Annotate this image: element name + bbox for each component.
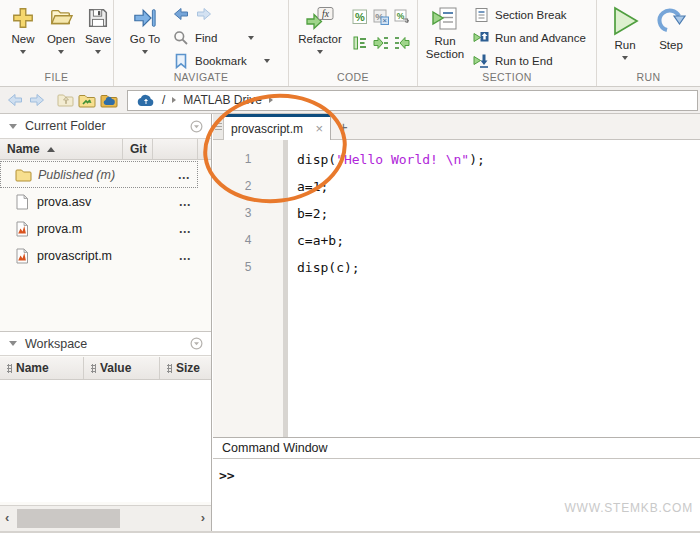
file-name: provascript.m <box>37 249 179 263</box>
cloud-folder-icon[interactable] <box>99 91 119 109</box>
goto-label: Go To <box>130 33 160 46</box>
code-area[interactable]: disp("Hello World! \n"); a=1; b=2; c=a+b… <box>288 140 485 437</box>
command-prompt[interactable]: >> <box>219 468 700 483</box>
new-button[interactable]: New <box>6 5 40 54</box>
file-menu-button[interactable]: … <box>179 249 193 263</box>
run-to-end-button[interactable]: Run to End <box>472 52 553 70</box>
code-editor[interactable]: 1 2 3 4 5 disp("Hello World! \n"); a=1; … <box>213 140 700 437</box>
comment-icon[interactable]: % <box>351 8 369 26</box>
column-header-git[interactable]: Git <box>123 139 153 159</box>
ribbon-group-section: Run Section Section Break Run and Advanc… <box>418 0 597 86</box>
bookmark-icon <box>172 52 190 70</box>
goto-button[interactable]: Go To <box>124 5 166 54</box>
scroll-right-icon[interactable]: › <box>201 510 205 526</box>
breadcrumb-chevron-icon <box>172 97 176 103</box>
new-dropdown-caret-icon[interactable] <box>20 50 26 54</box>
save-button[interactable]: Save <box>82 5 114 54</box>
bookmark-dropdown-caret-icon[interactable] <box>264 59 270 63</box>
indent-left-icon[interactable] <box>393 34 411 52</box>
collapse-triangle-icon[interactable] <box>9 341 17 346</box>
column-grip-icon[interactable] <box>167 364 172 373</box>
panel-menu-icon[interactable] <box>187 335 205 353</box>
refactor-button[interactable]: fx Refactor <box>295 5 345 54</box>
browse-folder-icon[interactable] <box>77 91 97 109</box>
goto-dropdown-caret-icon[interactable] <box>142 50 148 54</box>
open-icon <box>48 5 74 31</box>
horizontal-scrollbar[interactable]: ‹ › <box>0 505 211 531</box>
matlab-file-icon <box>12 248 32 264</box>
file-row-published[interactable]: Published (m) … <box>0 161 198 188</box>
workspace-header[interactable]: Workspace <box>0 331 211 356</box>
file-row-prova-asv[interactable]: prova.asv … <box>0 188 198 215</box>
scrollbar-thumb[interactable] <box>17 509 120 528</box>
file-icon <box>12 194 32 210</box>
nav-forward-icon[interactable] <box>27 91 47 109</box>
step-button[interactable]: Step <box>651 5 691 52</box>
collapse-triangle-icon[interactable] <box>9 124 17 129</box>
run-and-advance-label: Run and Advance <box>495 32 586 44</box>
line-number: 5 <box>213 255 283 282</box>
file-row-provascript-m[interactable]: provascript.m … <box>0 242 198 269</box>
uncomment-icon[interactable]: %× <box>372 8 390 26</box>
ribbon-group-file: New Open Save FILE <box>0 0 114 86</box>
section-break-button[interactable]: Section Break <box>472 6 567 24</box>
svg-text:fx: fx <box>322 9 330 19</box>
file-row-prova-m[interactable]: prova.m … <box>0 215 198 242</box>
open-label: Open <box>47 33 75 46</box>
workspace-column-size[interactable]: Size <box>160 357 211 379</box>
bookmark-button[interactable]: Bookmark <box>172 52 270 70</box>
ribbon-group-run: Run Step RUN <box>597 0 700 86</box>
run-to-end-icon <box>472 52 490 70</box>
column-grip-icon[interactable] <box>91 364 96 373</box>
tab-close-icon[interactable]: × <box>315 123 323 135</box>
code-line: disp(c); <box>297 255 485 282</box>
open-dropdown-caret-icon[interactable] <box>58 50 64 54</box>
code-line: a=1; <box>297 174 485 201</box>
run-label: Run <box>614 39 635 52</box>
indent-right-icon[interactable] <box>372 34 390 52</box>
back-arrow-icon[interactable] <box>172 5 190 23</box>
forward-arrow-icon[interactable] <box>195 5 213 23</box>
panel-menu-icon[interactable] <box>187 117 205 135</box>
current-folder-header[interactable]: Current Folder <box>0 114 211 139</box>
run-button[interactable]: Run <box>605 5 645 60</box>
tab-provascript[interactable]: provascript.m × <box>224 114 331 140</box>
workspace-column-name[interactable]: Name <box>0 357 84 379</box>
file-menu-button[interactable]: … <box>179 195 193 209</box>
refactor-dropdown-caret-icon[interactable] <box>317 50 323 54</box>
step-icon <box>654 5 688 37</box>
breadcrumb-location[interactable]: MATLAB Drive <box>183 93 261 107</box>
current-folder-title: Current Folder <box>25 119 187 133</box>
sort-ascending-icon <box>47 147 55 152</box>
smart-indent-icon[interactable] <box>351 34 369 52</box>
find-button[interactable]: Find <box>172 29 254 47</box>
breadcrumb-root[interactable]: / <box>162 93 165 107</box>
run-section-icon <box>430 5 460 33</box>
run-section-button[interactable]: Run Section <box>422 5 468 61</box>
up-folder-icon[interactable] <box>55 91 75 109</box>
run-and-advance-button[interactable]: Run and Advance <box>472 29 586 47</box>
line-number-gutter: 1 2 3 4 5 <box>213 140 283 437</box>
workspace-column-value[interactable]: Value <box>84 357 160 379</box>
new-tab-button[interactable]: + <box>339 118 348 135</box>
matlab-online-window: New Open Save FILE <box>0 0 700 533</box>
open-button[interactable]: Open <box>43 5 79 54</box>
watermark-text: WWW.STEMKB.COM <box>564 501 693 515</box>
run-dropdown-caret-icon[interactable] <box>622 56 628 60</box>
address-bar[interactable]: / MATLAB Drive <box>127 90 698 111</box>
bookmark-label: Bookmark <box>195 55 247 67</box>
refactor-label: Refactor <box>298 33 341 46</box>
matlab-file-icon <box>12 221 32 237</box>
nav-back-icon[interactable] <box>5 91 25 109</box>
file-menu-button[interactable]: … <box>178 168 192 182</box>
column-grip-icon[interactable] <box>7 364 12 373</box>
command-window[interactable]: Command Window >> WWW.STEMKB.COM <box>213 437 700 531</box>
wrap-comments-icon[interactable]: % <box>393 8 411 26</box>
scroll-left-icon[interactable]: ‹ <box>5 510 9 526</box>
tab-list-grip-icon[interactable] <box>213 114 224 139</box>
find-dropdown-caret-icon[interactable] <box>248 36 254 40</box>
column-header-name[interactable]: Name <box>0 139 123 159</box>
save-dropdown-caret-icon[interactable] <box>95 50 101 54</box>
file-menu-button[interactable]: … <box>179 222 193 236</box>
line-number: 3 <box>213 201 283 228</box>
